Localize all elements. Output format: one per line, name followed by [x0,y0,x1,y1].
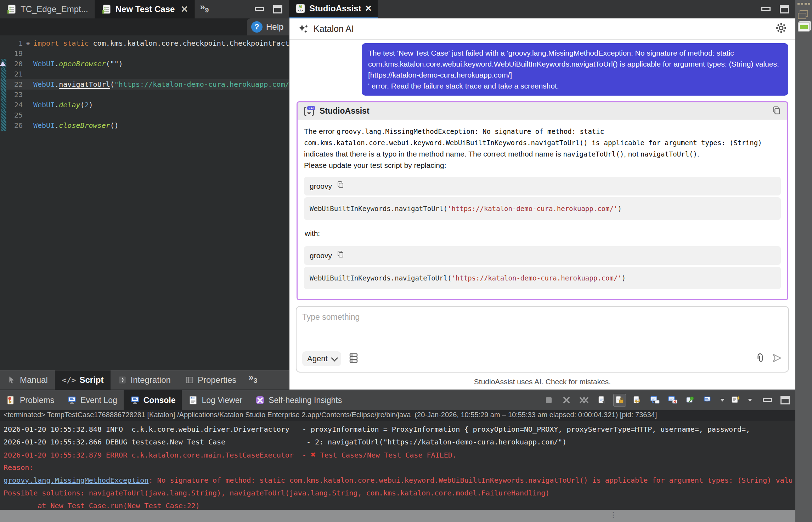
show-console-stderr-icon[interactable] [666,394,679,407]
self-healing-icon [255,395,265,405]
code-text: WebUI.openBrowser("") [33,59,289,69]
code-line[interactable]: 20WebUI.openBrowser("") [0,59,289,69]
code-line[interactable]: 25 [0,110,289,120]
code-icon: </> [62,376,76,385]
tab-script[interactable]: </> Script [55,370,111,390]
gutter-spacer [1,38,6,49]
attach-paperclip-icon[interactable] [754,352,766,365]
code-editor[interactable]: 1⊕import static com.kms.katalon.core.che… [0,35,289,370]
help-button[interactable]: ? Help [247,18,289,35]
code-line[interactable]: 1⊕import static com.kms.katalon.core.che… [0,38,289,49]
fold-spacer [23,59,33,69]
line-number: 21 [6,69,23,79]
code-line[interactable]: 23 [0,90,289,100]
tab-overflow-button[interactable]: »9 [195,0,212,18]
tab-self-healing-insights[interactable]: Self-healing Insights [249,390,348,410]
tab-console[interactable]: Console [124,390,182,410]
tab-properties[interactable]: Properties [178,370,243,390]
pin-console-icon[interactable] [684,394,697,407]
remove-all-launches-icon[interactable] [578,394,591,407]
maximize-icon[interactable] [780,396,790,404]
code-line[interactable]: 24WebUI.delay(2) [0,100,289,110]
console-toolbar [542,390,795,410]
fold-expand-icon[interactable]: ⊕ [23,38,33,49]
code-block-content: WebUiBuiltInKeywords.navigatToUrl('https… [304,197,781,220]
send-icon[interactable] [771,352,783,365]
chat-input[interactable] [302,312,783,351]
minimize-icon[interactable] [255,7,264,11]
bottom-resize-band[interactable]: ⋮ [0,510,795,522]
chat-input-box[interactable]: Agent [296,306,789,373]
chat-input-toolbar: Agent [302,351,783,366]
terminate-icon[interactable] [542,394,555,407]
console-log-line: groovy.lang.MissingMethodException: No s… [4,474,792,487]
ai-disclaimer: StudioAssist uses AI. Check for mistakes… [289,373,795,390]
code-line[interactable]: 19 [0,49,289,59]
agent-mode-dropdown[interactable]: Agent [302,351,341,366]
code-line[interactable]: 21 [0,69,289,79]
chevron-down-icon[interactable] [748,399,752,402]
copy-icon[interactable] [772,105,782,117]
line-number: 19 [6,49,23,59]
response-code-blocks: groovyWebUiBuiltInKeywords.navigatToUrl(… [304,177,781,289]
main-column: TC_Edge_Empt... New Test Case ✕ »9 [0,0,795,522]
view-tab-overflow-button[interactable]: »3 [243,370,261,390]
maximize-icon[interactable] [273,5,282,13]
maximize-icon[interactable] [780,5,789,13]
sparkle-icon [297,23,309,35]
editor-view-tabs: Manual </> Script Integration Properties [0,370,289,390]
close-icon[interactable]: ✕ [365,4,372,13]
console-output[interactable]: 2026-01-20 10:55:32.848 INFO c.k.k.core.… [0,421,795,510]
editor-assist-row: TC_Edge_Empt... New Test Case ✕ »9 [0,0,795,390]
editor-tab-new-test-case[interactable]: New Test Case ✕ [95,0,195,18]
minimize-icon[interactable] [761,7,771,11]
minimized-view-icon[interactable] [798,22,810,32]
line-number: 23 [6,90,23,100]
tab-studioassist[interactable]: AI</> StudioAssist ✕ [289,0,378,18]
display-selected-console-icon[interactable] [702,394,715,407]
code-line[interactable]: 26WebUI.closeBrowser() [0,120,289,131]
editor-tab-tc-edge[interactable]: TC_Edge_Empt... [0,0,95,18]
code-block: groovyWebUiBuiltInKeywords.navigateToUrl… [304,246,781,289]
copy-icon[interactable] [336,250,345,261]
chevron-down-icon[interactable] [720,399,724,402]
quick-diff-bar [1,100,6,110]
response-card-header: ✦AI<> StudioAssist [298,102,787,120]
code-text: WebUI.delay(2) [33,100,289,110]
svg-text:AI: AI [299,5,302,8]
tab-problems[interactable]: Problems [0,390,61,410]
studioassist-response-card: ✦AI<> StudioAssist The error groovy.lang… [297,101,788,300]
settings-gear-icon[interactable] [775,22,788,36]
tab-label: New Test Case [115,4,175,14]
line-marker-icon [0,61,6,66]
minimize-icon[interactable] [763,398,772,402]
line-number: 22 [6,79,23,90]
chat-history[interactable]: The test 'New Test Case' just failed wit… [289,40,795,302]
model-sessions-icon[interactable] [348,352,360,365]
tab-manual[interactable]: Manual [0,370,55,390]
quick-diff-bar [1,79,6,90]
tab-integration[interactable]: Integration [111,370,177,390]
show-console-stdout-icon[interactable] [649,394,661,407]
console-icon [130,395,140,405]
close-icon[interactable]: ✕ [180,4,188,15]
katalon-studio-window: TC_Edge_Empt... New Test Case ✕ »9 [0,0,812,522]
integration-icon [118,375,127,385]
copy-icon[interactable] [336,180,345,192]
scroll-lock-icon[interactable] [613,394,626,407]
code-line[interactable]: 22WebUI.navigatToUrl("https://katalon-de… [0,79,289,90]
restore-view-icon[interactable] [800,10,808,17]
tab-log-viewer[interactable]: LOG Log Viewer [182,390,249,410]
remove-launch-icon[interactable] [560,394,573,407]
word-wrap-icon[interactable] [631,394,644,407]
drag-handle-icon[interactable]: ⋮ [609,510,618,520]
console-log-line: Possible solutions: navigateToUrl(java.l… [4,487,792,499]
trim-drag-handle-icon[interactable] [797,3,810,5]
cursor-icon [7,375,16,385]
fold-spacer [23,79,33,90]
editor-tab-bar: TC_Edge_Empt... New Test Case ✕ »9 [0,0,289,18]
clear-console-icon[interactable] [596,394,608,407]
tab-event-log[interactable]: Event Log [61,390,124,410]
exception-link[interactable]: groovy.lang.MissingMethodException [4,476,148,484]
open-console-icon[interactable] [729,394,742,407]
